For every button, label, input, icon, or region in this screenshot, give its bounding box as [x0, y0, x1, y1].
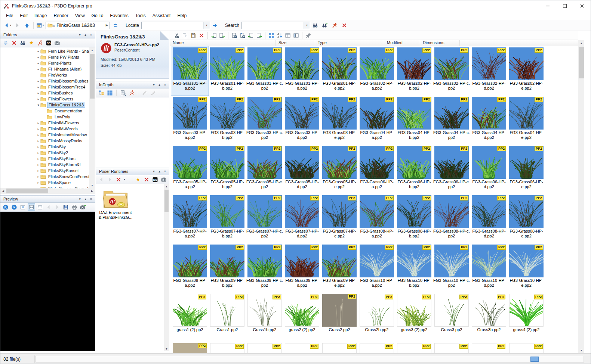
- folder-item[interactable]: ▸Ferns-Plants: [0, 60, 89, 66]
- folder-item[interactable]: ▸FlinksMossyRocks: [0, 138, 89, 144]
- file-item[interactable]: PP2FG3-Grass01-HP-a.pp2: [171, 46, 209, 96]
- delete-icon[interactable]: [198, 32, 205, 39]
- tree-collapsed-icon[interactable]: ▸: [36, 169, 40, 172]
- menu-help[interactable]: Help: [174, 12, 190, 19]
- preview-pane-icon[interactable]: [292, 32, 300, 39]
- tree-collapsed-icon[interactable]: ▸: [36, 157, 40, 161]
- file-item[interactable]: PP2FG3-Grass09-HP-d.pp2: [283, 243, 321, 293]
- file-item[interactable]: PP2FG3-Grass05-HP-b.pp2: [209, 145, 246, 194]
- column-header-modified[interactable]: Modified: [384, 40, 420, 46]
- file-item[interactable]: PP2FG3-Grass07-HP-c.pp2: [246, 194, 283, 243]
- main-scrollbar-thumb[interactable]: [579, 47, 584, 78]
- file-item[interactable]: PP2FG3-Grass01-HP-e.pp2: [321, 46, 358, 96]
- folders-refresh-icon[interactable]: [2, 39, 9, 47]
- file-item[interactable]: PP2FG3-Grass10-HP-c.pp2: [433, 243, 470, 293]
- search-run-button[interactable]: [330, 21, 339, 29]
- file-item[interactable]: PP2FG3-Grass07-HP-d.pp2: [283, 194, 321, 243]
- search-clear-button[interactable]: [340, 21, 349, 29]
- file-item[interactable]: PP2: [358, 342, 395, 353]
- tree-collapsed-icon[interactable]: ▸: [36, 85, 40, 89]
- file-previous-icon[interactable]: [247, 32, 255, 39]
- file-item[interactable]: PP2grass3 (2).pp2: [395, 293, 433, 342]
- folder-item[interactable]: ▾FlinksGrass 1&2&3: [0, 102, 89, 108]
- folders-camera-icon[interactable]: [53, 39, 61, 47]
- runtimes-forward-icon[interactable]: [106, 176, 114, 183]
- menu-file[interactable]: File: [3, 12, 16, 19]
- preview-print-icon[interactable]: [71, 203, 78, 211]
- folder-item[interactable]: Documentation: [0, 108, 89, 114]
- menu-assistant[interactable]: Assistant: [149, 12, 174, 19]
- locate-dropdown-icon[interactable]: ▾: [203, 22, 210, 29]
- file-item[interactable]: PP2FG3-Grass04-HP-d.pp2: [470, 96, 508, 145]
- file-item[interactable]: PP2FG3-Grass09-HP-e.pp2: [321, 243, 358, 293]
- runtimes-close-button[interactable]: ×: [162, 169, 168, 174]
- main-vertical-scrollbar[interactable]: ▲ ▼: [578, 40, 584, 353]
- scroll-up-icon[interactable]: ▲: [89, 47, 95, 53]
- minimize-button[interactable]: [539, 0, 556, 12]
- file-item[interactable]: PP2FG3-Grass10-HP-d.pp2: [470, 243, 508, 293]
- export-file-icon[interactable]: [218, 32, 226, 39]
- folders-menu-button[interactable]: ▾: [77, 32, 83, 38]
- folders-hscrollbar-thumb[interactable]: [6, 189, 48, 193]
- runtimes-vertical-scrollbar[interactable]: ▲ ▼: [164, 184, 169, 351]
- preview-next-icon[interactable]: [53, 203, 61, 211]
- preview-back-key-icon[interactable]: [2, 203, 9, 211]
- file-item[interactable]: PP2: [209, 342, 246, 353]
- folder-item[interactable]: ▸FlinksSkySunset: [0, 168, 89, 174]
- runtimes-remove-caret-icon[interactable]: ▾: [124, 178, 125, 181]
- folder-item[interactable]: ▸FI_Hhaana (Alien): [0, 66, 89, 72]
- tree-collapsed-icon[interactable]: ▸: [36, 91, 40, 95]
- file-item[interactable]: PP2FG3-Grass09-HP-b.pp2: [209, 243, 246, 293]
- search-advanced-button[interactable]: [320, 21, 329, 29]
- file-item[interactable]: PP2FG3-Grass02-HP-a.pp2: [358, 46, 395, 96]
- tree-collapsed-icon[interactable]: ▸: [36, 80, 40, 83]
- file-item[interactable]: PP2Grass3.pp2: [433, 293, 470, 342]
- file-item[interactable]: PP2Grass1.pp2: [209, 293, 246, 342]
- file-item[interactable]: PP2FG3-Grass10-HP-e.pp2: [508, 243, 545, 293]
- folders-scrollbar-thumb[interactable]: [90, 54, 95, 99]
- file-item[interactable]: PP2FG3-Grass08-HP-e.pp2: [508, 194, 545, 243]
- search-dropdown-icon[interactable]: ▾: [304, 22, 310, 29]
- column-header-dimensions[interactable]: Dimensions: [420, 40, 460, 46]
- folders-collapse-button[interactable]: ▴: [83, 32, 88, 38]
- file-item[interactable]: PP2Grass2.pp2: [321, 293, 358, 342]
- file-item[interactable]: PP2FG3-Grass01-HP-b.pp2: [209, 46, 246, 96]
- runtimes-ds-icon[interactable]: DS: [151, 176, 159, 183]
- folder-item[interactable]: LowPoly: [0, 114, 89, 120]
- file-item[interactable]: PP2Grass1b.pp2: [246, 293, 283, 342]
- preview-close-button[interactable]: ×: [88, 196, 94, 202]
- file-item[interactable]: PP2: [321, 342, 358, 353]
- up-button[interactable]: [22, 21, 31, 29]
- file-item[interactable]: PP2FG3-Grass01-HP-d.pp2: [283, 46, 321, 96]
- zoom-actual-icon[interactable]: [19, 203, 27, 211]
- sync-button[interactable]: [111, 21, 120, 29]
- file-item[interactable]: PP2FG3-Grass04-HP-e.pp2: [508, 96, 545, 145]
- folder-item[interactable]: ▸FlinksFlowers: [0, 96, 89, 102]
- tree-collapsed-icon[interactable]: ▸: [36, 181, 40, 184]
- file-item[interactable]: PP2grass2 (2).pp2: [283, 293, 321, 342]
- folders-horizontal-scrollbar[interactable]: ◀ ▶: [0, 188, 95, 194]
- folders-vertical-scrollbar[interactable]: ▲ ▼: [89, 47, 95, 188]
- file-item[interactable]: PP2FG3-Grass10-HP-b.pp2: [395, 243, 433, 293]
- file-item[interactable]: PP2FG3-Grass03-HP-e.pp2: [321, 96, 358, 145]
- indepth-thumbs-view-icon[interactable]: [106, 89, 114, 97]
- scroll-right-icon[interactable]: ▶: [89, 188, 95, 194]
- tree-collapsed-icon[interactable]: ▸: [36, 127, 40, 131]
- breadcrumb-overflow-icon[interactable]: «: [53, 23, 55, 28]
- file-find-content-icon[interactable]: [239, 32, 246, 39]
- file-item[interactable]: PP2Grass3b.pp2: [470, 293, 508, 342]
- zoom-stretch-icon[interactable]: [36, 203, 44, 211]
- scroll-down-icon[interactable]: ▼: [89, 183, 95, 188]
- file-item[interactable]: PP2FG3-Grass08-HP-b.pp2: [395, 194, 433, 243]
- folder-item[interactable]: ▸FlinksBlossomBushes: [0, 78, 89, 84]
- file-item[interactable]: PP2: [433, 342, 470, 353]
- zoom-fit-icon[interactable]: [28, 203, 35, 211]
- file-item[interactable]: PP2FG3-Grass10-HP-a.pp2: [358, 243, 395, 293]
- folder-item[interactable]: ▸FlinksInstantMeadow: [0, 132, 89, 138]
- folder-item[interactable]: ▸FlinksIM-Flowers: [0, 120, 89, 126]
- file-item[interactable]: PP2FG3-Grass08-HP-d.pp2: [470, 194, 508, 243]
- folder-item[interactable]: ▸FlinksSkyStorm&L: [0, 162, 89, 168]
- file-item[interactable]: PP2FG3-Grass05-HP-d.pp2: [283, 145, 321, 194]
- file-item[interactable]: PP2FG3-Grass03-HP-d.pp2: [283, 96, 321, 145]
- file-item[interactable]: PP2Grass2b.pp2: [358, 293, 395, 342]
